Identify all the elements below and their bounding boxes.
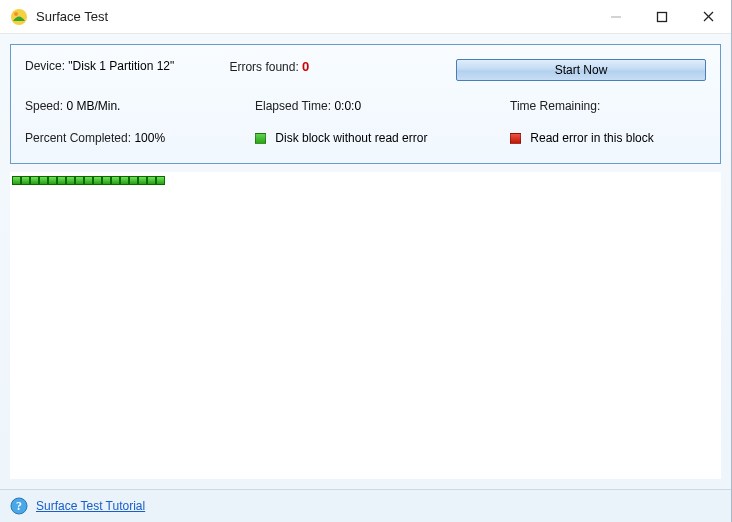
disk-block (93, 176, 102, 185)
disk-block (12, 176, 21, 185)
legend-ok-label: Disk block without read error (275, 131, 427, 145)
disk-block (147, 176, 156, 185)
disk-block (66, 176, 75, 185)
speed-value: 0 MB/Min. (66, 99, 120, 113)
disk-block (120, 176, 129, 185)
elapsed-value: 0:0:0 (334, 99, 361, 113)
disk-block (30, 176, 39, 185)
footer: ? Surface Test Tutorial (0, 489, 731, 522)
block-grid (10, 172, 721, 479)
remaining-label: Time Remaining: (510, 99, 600, 113)
app-icon (10, 8, 28, 26)
disk-block (156, 176, 165, 185)
errors-value: 0 (302, 59, 309, 74)
window-controls (593, 0, 731, 34)
percent-value: 100% (134, 131, 165, 145)
legend-error-label: Read error in this block (530, 131, 653, 145)
elapsed-label: Elapsed Time: (255, 99, 331, 113)
disk-block (102, 176, 111, 185)
device-value: "Disk 1 Partition 12" (68, 59, 174, 73)
surface-test-window: Surface Test Device: "Disk 1 Partition 1… (0, 0, 732, 522)
maximize-button[interactable] (639, 0, 685, 34)
disk-block (21, 176, 30, 185)
errors-label: Errors found: (229, 60, 298, 74)
percent-label: Percent Completed: (25, 131, 131, 145)
disk-block (111, 176, 120, 185)
titlebar: Surface Test (0, 0, 731, 34)
tutorial-link[interactable]: Surface Test Tutorial (36, 499, 145, 513)
minimize-button[interactable] (593, 0, 639, 34)
speed-label: Speed: (25, 99, 63, 113)
device-label: Device: (25, 59, 65, 73)
svg-rect-3 (658, 12, 667, 21)
svg-text:?: ? (16, 499, 22, 513)
close-button[interactable] (685, 0, 731, 34)
content-area: Device: "Disk 1 Partition 12" Errors fou… (0, 34, 731, 489)
disk-block (138, 176, 147, 185)
disk-block (39, 176, 48, 185)
legend-ok-icon (255, 133, 266, 144)
help-icon: ? (10, 497, 28, 515)
svg-point-1 (14, 12, 18, 16)
disk-block (57, 176, 66, 185)
disk-block (48, 176, 57, 185)
start-now-button[interactable]: Start Now (456, 59, 706, 81)
disk-block (129, 176, 138, 185)
disk-block (75, 176, 84, 185)
legend-error-icon (510, 133, 521, 144)
disk-block (84, 176, 93, 185)
window-title: Surface Test (36, 9, 593, 24)
info-panel: Device: "Disk 1 Partition 12" Errors fou… (10, 44, 721, 164)
